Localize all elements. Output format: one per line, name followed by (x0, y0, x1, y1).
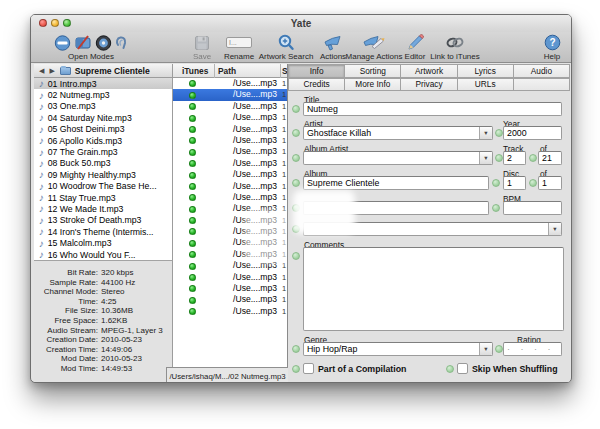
table-row[interactable]: /Use....mp31 (173, 146, 287, 157)
compilation-checkbox[interactable] (303, 363, 314, 374)
column-divider[interactable] (214, 64, 215, 78)
info-value: 14:49:06 (101, 345, 132, 355)
minus-circle-icon[interactable] (53, 35, 72, 51)
disc-of-status-dot (529, 179, 537, 187)
disc-field[interactable]: 1 (503, 176, 526, 190)
editor-button[interactable]: Editor (400, 34, 430, 62)
table-row[interactable]: /Use....mp31 (173, 306, 287, 317)
list-item[interactable]: ♪06 Apollo Kids.mp3 (34, 135, 172, 146)
list-item[interactable]: ♪15 Malcolm.mp3 (34, 237, 172, 248)
file-name: 04 Saturday Nite.mp3 (48, 113, 132, 123)
path-column-header[interactable]: Path (218, 66, 236, 76)
title-field[interactable]: Nutmeg (303, 102, 562, 116)
help-button[interactable]: ? Help (533, 34, 571, 62)
table-row[interactable]: /Use....mp31 (173, 101, 287, 112)
itunes-column-header[interactable]: iTunes (182, 66, 208, 76)
megaphone-icon (323, 35, 343, 51)
table-row[interactable]: /Use....mp31 (173, 158, 287, 169)
list-item[interactable]: ♪03 One.mp3 (34, 101, 172, 112)
table-row[interactable]: /Use....mp31 (173, 78, 287, 89)
table-row[interactable]: /Use....mp31 (173, 112, 287, 123)
list-item[interactable]: ♪01 Intro.mp3 (34, 78, 172, 89)
info-label: Mod Time: (34, 364, 98, 374)
music-note-icon: ♪ (39, 158, 45, 169)
artwork-search-button[interactable]: Artwork Search (255, 34, 317, 62)
list-item[interactable]: ♪11 Stay True.mp3 (34, 192, 172, 203)
open-modes-group[interactable]: Open Modes (35, 34, 147, 62)
table-row[interactable]: /Use....mp31 (173, 192, 287, 203)
list-item[interactable]: ♪07 The Grain.mp3 (34, 146, 172, 157)
artist-combo[interactable]: Ghostface Killah▾ (303, 126, 493, 140)
table-row[interactable]: /Use....mp31 (173, 89, 287, 100)
info-value: 4:25 (101, 297, 117, 307)
list-item[interactable]: ♪14 Iron's Theme (Intermis... (34, 226, 172, 237)
list-item[interactable]: ♪04 Saturday Nite.mp3 (34, 112, 172, 123)
chevron-down-icon[interactable]: ▾ (479, 152, 492, 164)
manage-actions-button[interactable]: Manage Actions (343, 34, 405, 62)
tab-credits[interactable]: Credits (288, 78, 345, 92)
tab-privacy[interactable]: Privacy (400, 78, 457, 92)
title-status-dot (292, 105, 300, 113)
chevron-down-icon[interactable]: ▾ (479, 343, 492, 355)
track-field[interactable]: 2 (503, 151, 526, 165)
disc-icon[interactable] (95, 35, 112, 51)
list-item[interactable]: ♪02 Nutmeg.mp3 (34, 89, 172, 100)
rating-field[interactable]: · · · · · (503, 342, 562, 356)
chevron-down-icon[interactable]: ▾ (479, 127, 492, 139)
list-item[interactable]: ♪09 Mighty Healthy.mp3 (34, 169, 172, 180)
album-artist-combo[interactable]: ▾ (303, 151, 493, 165)
list-item[interactable]: ♪05 Ghost Deini.mp3 (34, 124, 172, 135)
list-item[interactable]: ♪08 Buck 50.mp3 (34, 158, 172, 169)
year-field[interactable]: 2000 (503, 126, 562, 140)
path-cell: /Use....mp3 (215, 283, 277, 294)
itunes-status-dot (189, 137, 196, 144)
table-row[interactable]: /Use....mp31 (173, 283, 287, 294)
link-itunes-button[interactable]: Link to iTunes (427, 34, 483, 62)
table-body[interactable]: /Use....mp31/Use....mp31/Use....mp31/Use… (173, 78, 287, 317)
table-row[interactable]: /Use....mp31 (173, 169, 287, 180)
chevron-down-icon[interactable]: ▾ (548, 223, 561, 235)
album-field[interactable]: Supreme Clientele (303, 176, 489, 190)
info-label: Bit Rate: (34, 268, 98, 278)
genre-combo[interactable]: Hip Hop/Rap▾ (303, 342, 493, 356)
disc-of-field[interactable]: 1 (538, 176, 562, 190)
track-of-field[interactable]: 21 (538, 151, 562, 165)
file-list[interactable]: ♪01 Intro.mp3♪02 Nutmeg.mp3♪03 One.mp3♪0… (34, 78, 173, 260)
forward-arrow-icon[interactable]: ▶ (49, 67, 54, 75)
tab-audio[interactable]: Audio (513, 64, 570, 78)
table-row[interactable]: /Use....mp31 (173, 272, 287, 283)
list-item[interactable]: ♪16 Who Would You F... (34, 249, 172, 260)
tab-urls[interactable]: URLs (457, 78, 514, 92)
bpm-field[interactable] (503, 201, 562, 215)
path-cell: /Use....mp3 (215, 124, 277, 135)
rename-icon: I... (226, 37, 252, 48)
table-row[interactable]: /Use....mp31 (173, 135, 287, 146)
clipped-cell: 1 (282, 112, 286, 123)
path-cell: /Use....mp3 (215, 112, 277, 123)
table-row[interactable]: /Use....mp31 (173, 181, 287, 192)
list-item[interactable]: ♪10 Woodrow The Base He... (34, 181, 172, 192)
column-divider[interactable] (280, 64, 281, 78)
table-row[interactable]: /Use....mp31 (173, 124, 287, 135)
tab-sorting[interactable]: Sorting (344, 64, 401, 78)
skip-shuffling-checkbox[interactable] (457, 363, 468, 374)
tab-lyrics[interactable]: Lyrics (457, 64, 514, 78)
paperclip-icon[interactable] (114, 35, 129, 51)
tab-info[interactable]: Info (288, 64, 345, 78)
tab-more-info[interactable]: More Info (344, 78, 401, 92)
path-cell: /Use....mp3 (215, 181, 277, 192)
table-header: iTunes Path S (173, 64, 287, 78)
comments-field[interactable] (303, 247, 564, 331)
itunes-status-dot (189, 251, 196, 258)
back-arrow-icon[interactable]: ◀ (39, 67, 44, 75)
modes-icon[interactable] (74, 35, 93, 51)
list-item[interactable]: ♪13 Stroke Of Death.mp3 (34, 215, 172, 226)
save-button[interactable]: Save (182, 34, 222, 62)
itunes-status-dot (189, 80, 196, 87)
tab-artwork[interactable]: Artwork (400, 64, 457, 78)
folder-icon (60, 67, 71, 75)
table-row[interactable]: /Use....mp31 (173, 294, 287, 305)
folder-name[interactable]: Supreme Clientele (75, 66, 150, 76)
clipped-column-header[interactable]: S (282, 66, 288, 76)
list-item[interactable]: ♪12 We Made It.mp3 (34, 203, 172, 214)
